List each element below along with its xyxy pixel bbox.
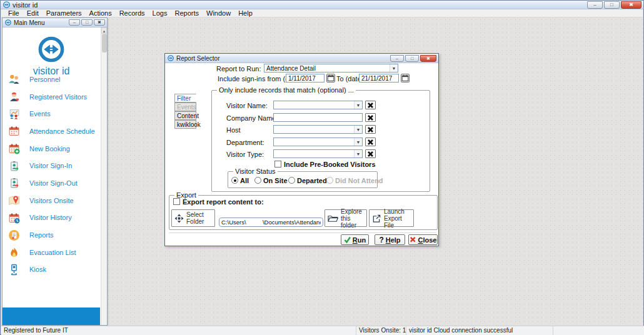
sidebar-item-personnel[interactable]: Personnel	[3, 71, 100, 88]
menu-parameters[interactable]: Parameters	[43, 9, 86, 17]
main-menu-window: Main Menu – □ ✖ visitor id Personnel	[2, 18, 108, 326]
tab-kwiklook[interactable]: kwiklook	[174, 120, 196, 129]
export-checkbox[interactable]	[173, 198, 180, 205]
host-select[interactable]: ▼	[273, 125, 363, 134]
main-menu-title: Main Menu	[14, 19, 44, 26]
sidebar-item-kiosk[interactable]: Kiosk	[3, 261, 100, 279]
restore-icon[interactable]: □	[604, 1, 620, 9]
tab-content[interactable]: Content	[174, 111, 196, 120]
calendar-icon[interactable]	[326, 74, 335, 82]
dialog-caption-buttons: – □ ✖	[389, 55, 436, 62]
radio-on-site[interactable]	[254, 177, 261, 184]
chevron-down-icon[interactable]: ▼	[354, 101, 362, 109]
help-button[interactable]: ? Help	[375, 234, 405, 245]
radio-all[interactable]	[231, 177, 238, 184]
sidebar-item-reports[interactable]: Reports	[3, 226, 100, 244]
export-path-input[interactable]	[219, 218, 323, 227]
reports-icon	[8, 229, 20, 241]
host-label: Host	[226, 126, 241, 134]
sidebar-item-evacuation-list[interactable]: Evacuation List	[3, 244, 100, 261]
radio-on-site-label: On Site	[263, 177, 288, 184]
department-select[interactable]: ▼	[273, 138, 363, 146]
sidebar-scrollbar[interactable]: ▲	[101, 28, 107, 325]
clear-visitor-type-button[interactable]	[365, 149, 376, 158]
select-folder-button[interactable]: Select Folder	[171, 209, 215, 227]
chevron-down-icon[interactable]: ▼	[390, 64, 398, 72]
maximize-icon[interactable]: □	[81, 19, 93, 26]
chevron-down-icon[interactable]: ▼	[354, 138, 362, 146]
radio-did-not-attend[interactable]	[326, 177, 333, 184]
close-icon[interactable]: ✖	[94, 19, 105, 26]
scroll-up-icon[interactable]: ▲	[101, 28, 107, 34]
prebooked-checkbox-label: Include Pre-Booked Visitors	[284, 161, 376, 168]
kiosk-icon	[8, 264, 20, 276]
chevron-down-icon[interactable]: ▼	[354, 126, 362, 133]
department-value	[274, 138, 354, 146]
clear-x-icon	[367, 102, 374, 109]
menu-window[interactable]: Window	[203, 9, 234, 17]
menu-help[interactable]: Help	[234, 9, 256, 17]
sidebar-item-label: Visitor Sign-In	[29, 162, 72, 169]
calendar-icon[interactable]	[401, 74, 410, 82]
sidebar-item-visitor-sign-out[interactable]: Visitor Sign-Out	[3, 174, 100, 192]
close-icon[interactable]: ✖	[420, 55, 436, 62]
clear-visitor-name-button[interactable]	[365, 101, 376, 109]
sidebar-item-label: Visitor Sign-Out	[29, 179, 78, 187]
app-logo-icon	[3, 1, 10, 8]
launch-export-button[interactable]: Launch Export File	[369, 209, 414, 227]
sidebar-item-label: Reports	[29, 231, 54, 239]
chevron-down-icon[interactable]: ▼	[354, 150, 362, 158]
close-icon[interactable]: ✖	[621, 1, 641, 9]
sidebar-item-visitor-history[interactable]: Visitor History	[3, 209, 100, 227]
clear-department-button[interactable]	[365, 138, 376, 146]
mdi-workspace: Main Menu – □ ✖ visitor id Personnel	[1, 18, 643, 326]
explore-folder-button[interactable]: Explore this folder	[325, 209, 367, 227]
status-cloud-connection: visitor id Cloud connection successful	[406, 326, 553, 335]
minimize-icon[interactable]: –	[587, 1, 603, 9]
sidebar-item-label: Attendance Schedule	[29, 128, 95, 135]
clear-company-name-button[interactable]	[365, 113, 376, 122]
menu-file[interactable]: File	[4, 9, 23, 17]
menu-reports[interactable]: Reports	[171, 9, 203, 17]
radio-departed-label: Departed	[297, 177, 327, 184]
prebooked-checkbox[interactable]	[274, 161, 281, 168]
sidebar-item-registered-visitors[interactable]: Registered Visitors	[3, 88, 100, 106]
sidebar-item-label: Registered Visitors	[29, 93, 87, 101]
app-title: visitor id	[13, 1, 38, 9]
select-folder-label: Select Folder	[186, 211, 212, 225]
menu-edit[interactable]: Edit	[23, 9, 43, 17]
sidebar-item-visitor-sign-in[interactable]: Visitor Sign-In	[3, 157, 100, 174]
close-button[interactable]: Close	[408, 234, 438, 245]
report-selector-titlebar[interactable]: Report Selector – □ ✖	[165, 54, 438, 63]
visitor-type-select[interactable]: ▼	[273, 149, 363, 158]
sidebar-item-new-booking[interactable]: New Booking	[3, 140, 100, 158]
main-menu-titlebar[interactable]: Main Menu – □ ✖	[3, 18, 107, 28]
maximize-icon[interactable]: □	[405, 55, 419, 62]
minimize-icon[interactable]: –	[69, 19, 80, 26]
scrollbar-thumb[interactable]	[102, 34, 107, 52]
tab-filter[interactable]: Filter	[174, 94, 196, 102]
menu-actions[interactable]: Actions	[86, 9, 116, 17]
sidebar-item-visitors-onsite[interactable]: Visitors Onsite	[3, 192, 100, 209]
clear-host-button[interactable]	[365, 125, 376, 134]
radio-departed[interactable]	[288, 177, 295, 184]
folder-icon	[328, 214, 338, 223]
company-name-input[interactable]	[273, 113, 363, 122]
visitor-status-title: Visitor Status	[233, 168, 278, 175]
run-button[interactable]: Run	[341, 234, 369, 245]
tab-events[interactable]: Events	[174, 102, 196, 111]
menubar: File Edit Parameters Actions Records Log…	[1, 9, 643, 18]
visitor-name-select[interactable]: ▼	[273, 101, 363, 109]
report-to-run-select[interactable]: Attendance Detail ▼	[264, 64, 398, 72]
menu-logs[interactable]: Logs	[149, 9, 171, 17]
app-titlebar[interactable]: visitor id – □ ✖	[1, 1, 643, 9]
clear-x-icon	[367, 114, 374, 121]
minimize-icon[interactable]: –	[390, 55, 404, 62]
menu-records[interactable]: Records	[116, 9, 149, 17]
date-to-input[interactable]	[359, 74, 399, 82]
app-window: visitor id – □ ✖ File Edit Parameters Ac…	[0, 0, 644, 335]
sidebar-item-attendance-schedule[interactable]: Attendance Schedule	[3, 122, 100, 140]
status-spare-section	[553, 326, 644, 335]
date-from-input[interactable]	[286, 74, 325, 82]
sidebar-item-events[interactable]: Events	[3, 105, 100, 122]
